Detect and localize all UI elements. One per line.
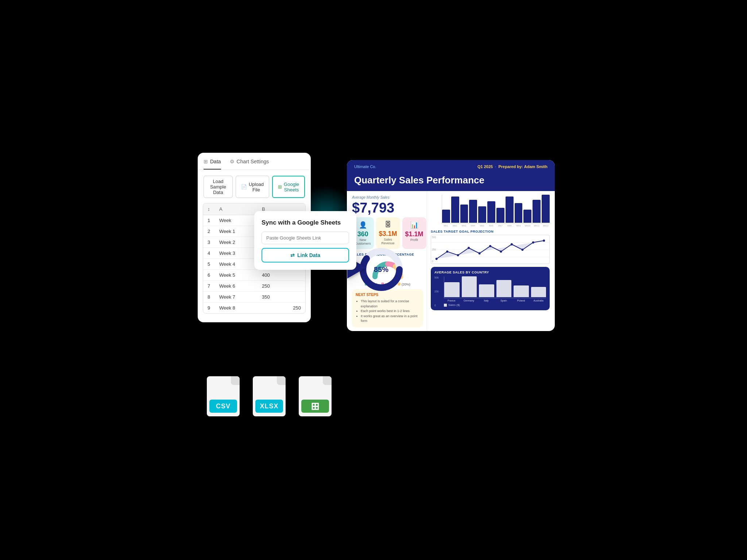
kpi-cards: 👤 360 New Customers 🗄 $3.1M Sales Revenu… <box>352 217 423 249</box>
country-labels: FranceGermanyItalySpainPolandAustralia <box>444 299 546 302</box>
svg-point-8 <box>457 254 459 256</box>
bar-x-label: Wk3 <box>460 225 468 227</box>
customers-value: 360 <box>355 230 371 238</box>
country-bar-item <box>444 282 460 297</box>
xlsx-file-icon[interactable]: XLSX <box>253 376 286 416</box>
bar-item <box>460 205 468 223</box>
bar-chart-container: Wk1Wk2Wk3Wk4Wk5Wk6Wk7Wk8Wk9Wk10Wk11Wk12 <box>431 195 550 227</box>
bar-item <box>523 210 531 223</box>
col-header-a: A <box>215 203 258 215</box>
bar-x-label: Wk4 <box>469 225 477 227</box>
xlsx-badge: XLSX <box>255 400 283 413</box>
table-row: 9 Week 8 250 <box>203 303 305 314</box>
next-steps-list: This layout is suited for a concise expl… <box>356 299 419 324</box>
row-a: Week 1 <box>215 226 258 237</box>
row-a: Week 5 <box>215 270 258 281</box>
load-sample-button[interactable]: Load Sample Data <box>204 176 233 198</box>
row-num: 1 <box>203 215 215 226</box>
customers-label: New Customers <box>355 238 371 245</box>
svg-point-16 <box>543 240 545 242</box>
svg-point-14 <box>521 249 523 251</box>
link-data-label: Link Data <box>297 252 320 258</box>
bar-x-label: Wk10 <box>523 225 531 227</box>
dashboard-meta: Q1 2025 · Prepared by: Adam Smith <box>477 164 547 169</box>
bar-x-label: Wk12 <box>542 225 550 227</box>
bar-x-label: Wk11 <box>533 225 541 227</box>
sheets-icon: ⊞ <box>278 184 282 190</box>
bar-item <box>542 195 550 223</box>
country-chart-title: AVERAGE SALES BY COUNTRY <box>434 271 546 274</box>
row-num: 3 <box>203 237 215 248</box>
tab-chart-settings-label: Chart Settings <box>237 159 269 164</box>
country-bar-item <box>496 280 512 298</box>
table-row: 8 Week 7 350 <box>203 292 305 303</box>
link-icon: ⇄ <box>290 252 295 258</box>
revenue-label: Sales Revenue <box>379 238 397 245</box>
country-bar-item <box>531 287 546 298</box>
file-icons: CSV XLSX ⊞ <box>207 376 332 416</box>
company-name: Ultimate Co. <box>354 164 376 169</box>
row-num: 7 <box>203 281 215 292</box>
upload-file-label: Upload File <box>249 182 264 192</box>
next-steps-box: NEXT STEPS This layout is suited for a c… <box>352 289 423 327</box>
svg-text:0: 0 <box>432 260 433 262</box>
row-b: 250 <box>258 303 305 314</box>
bar-item <box>496 208 504 223</box>
next-steps-title: NEXT STEPS <box>356 293 419 297</box>
line-chart-title: SALES TARGET GOAL PROJECTION <box>431 230 550 233</box>
next-steps-item: Each point works best in 1-2 lines <box>361 309 419 314</box>
svg-text:500: 500 <box>432 236 436 238</box>
profit-value: $1.1M <box>405 230 423 238</box>
tab-data[interactable]: ⊞ Data <box>204 159 221 170</box>
csv-file-card: CSV <box>207 376 240 416</box>
avg-value: $7,793 <box>352 200 423 216</box>
svg-point-7 <box>446 250 448 253</box>
dashboard-title-section: Quarterly Sales Performance <box>347 172 555 191</box>
svg-text:250: 250 <box>432 248 436 251</box>
google-sheets-button[interactable]: ⊞ Google Sheets <box>272 176 305 198</box>
svg-point-6 <box>436 258 438 260</box>
bar-item <box>487 201 495 223</box>
bar-item <box>478 206 486 223</box>
row-a: Week <box>215 215 258 226</box>
table-row: 7 Week 6 250 <box>203 281 305 292</box>
bar-item <box>469 200 477 223</box>
revenue-icon: 🗄 <box>379 221 397 229</box>
tab-data-label: Data <box>210 159 221 164</box>
country-label-item: Poland <box>514 299 529 302</box>
author-name: Adam Smith <box>524 164 547 169</box>
country-legend-label: Sales ($) <box>448 303 460 307</box>
upload-file-button[interactable]: 📄 Upload File <box>236 176 269 198</box>
svg-point-15 <box>532 241 534 244</box>
row-a: Week 2 <box>215 237 258 248</box>
row-a: Week 7 <box>215 292 258 303</box>
donut-label: 85% <box>374 265 388 274</box>
csv-file-icon[interactable]: CSV <box>207 376 240 416</box>
xlsx-file-card: XLSX <box>253 376 286 416</box>
country-label-item: Spain <box>496 299 511 302</box>
bar-labels: Wk1Wk2Wk3Wk4Wk5Wk6Wk7Wk8Wk9Wk10Wk11Wk12 <box>442 225 550 227</box>
country-bar-item <box>514 285 529 297</box>
bar-item <box>533 200 541 223</box>
bar-item <box>442 210 450 223</box>
country-label-item: Australia <box>531 299 546 302</box>
sheets-badge: ⊞ <box>301 400 329 413</box>
svg-point-11 <box>489 245 491 247</box>
popup-title: Sync with a Google Sheets <box>262 219 349 226</box>
bar-x-label: Wk9 <box>514 225 522 227</box>
profit-label: Profit <box>405 238 423 242</box>
row-num: 8 <box>203 292 215 303</box>
svg-point-12 <box>500 250 502 253</box>
link-data-button[interactable]: ⇄ Link Data <box>262 248 349 262</box>
country-label-item: Germany <box>461 299 477 302</box>
row-b: 250 <box>258 281 305 292</box>
row-num: 2 <box>203 226 215 237</box>
row-num: 9 <box>203 303 215 314</box>
tab-chart-settings[interactable]: ⚙ Chart Settings <box>230 159 269 170</box>
country-legend-box <box>444 304 447 307</box>
kpi-revenue: 🗄 $3.1M Sales Revenue <box>376 217 400 249</box>
revenue-value: $3.1M <box>379 230 397 238</box>
sheets-file-icon[interactable]: ⊞ <box>299 376 332 416</box>
google-sheets-input[interactable] <box>262 232 349 244</box>
row-a: Week 8 <box>215 303 258 314</box>
